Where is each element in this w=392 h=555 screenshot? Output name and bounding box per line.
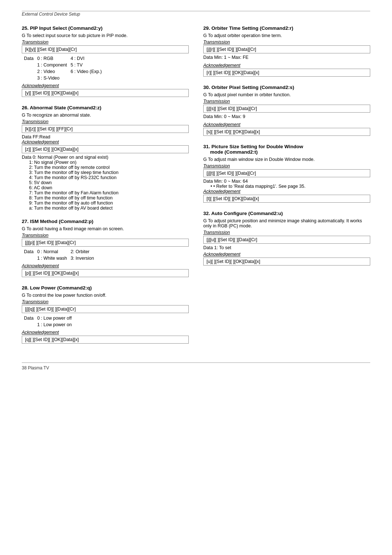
list-item: 7: Turn the monitor off by Fan Alarm fun… — [22, 190, 189, 195]
list-item: 8: Turn the monitor off by off time func… — [22, 195, 189, 200]
list-item: 4: Turn the monitor off by RS-232C funct… — [22, 175, 189, 180]
section-26-desc: G To recognize an abnormal state. — [22, 113, 189, 118]
table-cell — [23, 69, 35, 74]
section-31: 31. Picture Size Setting for Double Wind… — [203, 144, 370, 203]
section-30-ack-label: Acknowledgement — [203, 122, 370, 127]
section-27-ack-label: Acknowledgement — [22, 263, 189, 268]
footer-text: 38 Plasma TV — [22, 365, 49, 370]
table-cell: 5 : TV — [69, 62, 103, 68]
section-27-ack-cmd: [p][ ][Set ID][ ][OK][Data][x] — [22, 269, 189, 277]
section-30: 30. Orbiter Pixel Setting (Command2:s) G… — [203, 85, 370, 136]
table-row: Data 0 : Normal 2: Orbiter — [23, 249, 95, 255]
header: External Control Device Setup — [22, 11, 370, 19]
table-cell — [23, 322, 35, 328]
list-item: a: Turn the monitor off by AV board dete… — [22, 206, 189, 211]
section-26-tx-cmd: [k][z][ ][Set ID][ ][FF][Cr] — [22, 125, 189, 133]
table-cell — [23, 75, 35, 81]
section-29-ack-cmd: [r][ ][Set ID][ ][OK][Data][x] — [203, 69, 370, 77]
section-30-ack-cmd: [s][ ][Set ID][ ][OK][Data][x] — [203, 128, 370, 136]
section-27-desc: G To avoid having a fixed image remain o… — [22, 226, 189, 231]
section-26-data-label: Data FF:Read — [22, 134, 189, 139]
section-28-tx-label: Transmission — [22, 299, 189, 304]
section-28: 28. Low Power (Command2:q) G To control … — [22, 285, 189, 344]
section-32: 32. Auto Configure (Command2:u) G To adj… — [203, 211, 370, 266]
table-cell: Data — [23, 249, 35, 255]
section-31-note: • Refer to 'Real data mapping1'. See pag… — [203, 184, 370, 189]
table-row: Data 0 : Low power off — [23, 315, 73, 321]
list-item: 1: No signal (Power on) — [22, 160, 189, 165]
section-30-title: 30. Orbiter Pixel Setting (Command2:s) — [203, 85, 370, 90]
list-item: 5: 5V down — [22, 180, 189, 185]
right-column: 29. Orbiter Time Setting (Command2:r) G … — [203, 25, 370, 352]
table-row: 1 : Component 5 : TV — [23, 62, 103, 68]
table-cell — [23, 62, 35, 68]
section-32-ack-label: Acknowledgement — [203, 252, 370, 257]
table-cell: 6 : Video (Exp.) — [69, 69, 103, 74]
table-cell: 0 : Normal — [36, 249, 68, 255]
table-row: 3 : S-Video — [23, 75, 103, 81]
list-item: Data 0: Normal (Power on and signal exis… — [22, 155, 189, 160]
section-32-desc: G To adjust picture position and minimiz… — [203, 218, 370, 228]
section-28-tx-cmd: [j][q][ ][Set ID][ ][Data][Cr] — [22, 305, 189, 313]
table-cell: 0 : RGB — [36, 56, 68, 61]
left-column: 25. PIP Input Select (Command2:y) G To s… — [22, 25, 189, 352]
table-row: 2 : Video 6 : Video (Exp.) — [23, 69, 103, 74]
section-27-title: 27. ISM Method (Command2:p) — [22, 219, 189, 224]
section-25-tx-label: Transmission — [22, 40, 189, 45]
section-31-tx-cmd: [j][t][ ][Set ID][ ][Data][Cr] — [203, 169, 370, 177]
section-28-ack-label: Acknowledgement — [22, 330, 189, 335]
section-27-tx-label: Transmission — [22, 233, 189, 238]
section-25-ack-cmd: [y][ ][Set ID][ ][OK][Data][x] — [22, 89, 189, 97]
list-item: 2: Turn the monitor off by remote contro… — [22, 165, 189, 170]
section-26-extra-data: Data 0: Normal (Power on and signal exis… — [22, 155, 189, 211]
section-29-desc: G To adjust orbiter operation time term. — [203, 33, 370, 38]
section-27-tx-cmd: [j][p][ ][Set ID][ ][Data][Cr] — [22, 239, 189, 247]
section-30-desc: G To adjust pixel number in orbiter func… — [203, 92, 370, 97]
table-cell: 2 : Video — [36, 69, 68, 74]
section-25-desc: G To select input source for sub picture… — [22, 33, 189, 38]
section-30-data: Data Min: 0 ~ Max: 9 — [203, 114, 370, 119]
section-31-data: Data Min: 0 ~ Max: 64 • Refer to 'Real d… — [203, 179, 370, 189]
section-32-tx-cmd: [j][u][ ][Set ID][ ][Data][Cr] — [203, 236, 370, 244]
section-31-ack-cmd: [t][ ][Set ID][ ][OK][Data][x] — [203, 195, 370, 203]
table-row: Data 0 : RGB 4 : DVI — [23, 56, 103, 61]
table-cell — [23, 255, 35, 261]
section-32-data: Data 1: To set — [203, 245, 370, 250]
section-30-tx-label: Transmission — [203, 99, 370, 104]
table-cell: 1 : White wash — [36, 255, 68, 261]
section-29-data: Data Min: 1 ~ Max: FE — [203, 55, 370, 60]
section-32-tx-label: Transmission — [203, 230, 370, 235]
section-25-ack-label: Acknowledgement — [22, 83, 189, 88]
table-cell: 4 : DVI — [69, 56, 103, 61]
page: External Control Device Setup 25. PIP In… — [0, 0, 392, 555]
section-31-desc: G To adjust main window size in Double W… — [203, 157, 370, 162]
section-25-title: 25. PIP Input Select (Command2:y) — [22, 25, 189, 31]
section-25: 25. PIP Input Select (Command2:y) G To s… — [22, 25, 189, 97]
section-30-tx-cmd: [j][s][ ][Set ID][ ][Data][Cr] — [203, 105, 370, 113]
table-row: 1 : Low power on — [23, 322, 73, 328]
table-cell — [69, 75, 103, 81]
table-row: 1 : White wash 3: Inversion — [23, 255, 95, 261]
section-29: 29. Orbiter Time Setting (Command2:r) G … — [203, 25, 370, 77]
section-27: 27. ISM Method (Command2:p) G To avoid h… — [22, 219, 189, 277]
list-item: 9: Turn the monitor off by auto off func… — [22, 200, 189, 206]
section-27-data-table: Data 0 : Normal 2: Orbiter 1 : White was… — [22, 248, 96, 262]
section-28-title: 28. Low Power (Command2:q) — [22, 285, 189, 291]
section-25-tx-cmd: [k][y][ ][Set ID][ ][Data][Cr] — [22, 45, 189, 53]
section-31-tx-label: Transmission — [203, 163, 370, 169]
section-28-data-table: Data 0 : Low power off 1 : Low power on — [22, 315, 74, 328]
section-26-ack-cmd: [z][ ][Set ID][ ][OK][Data][x] — [22, 145, 189, 153]
section-31-title: 31. Picture Size Setting for Double Wind… — [203, 144, 370, 155]
section-32-ack-cmd: [u][ ][Set ID][ ][OK][Data][x] — [203, 258, 370, 266]
table-cell: 3 : S-Video — [36, 75, 68, 81]
list-item: 6: AC down — [22, 185, 189, 190]
section-32-title: 32. Auto Configure (Command2:u) — [203, 211, 370, 216]
section-28-desc: G To control the low power function on/o… — [22, 293, 189, 298]
table-cell: 0 : Low power off — [36, 315, 73, 321]
table-cell: Data — [23, 315, 35, 321]
section-29-title: 29. Orbiter Time Setting (Command2:r) — [203, 25, 370, 31]
table-cell: 1 : Component — [36, 62, 68, 68]
table-cell: 2: Orbiter — [69, 249, 95, 255]
footer: 38 Plasma TV — [22, 362, 370, 370]
section-26-ack-label: Acknowledgement — [22, 139, 189, 145]
